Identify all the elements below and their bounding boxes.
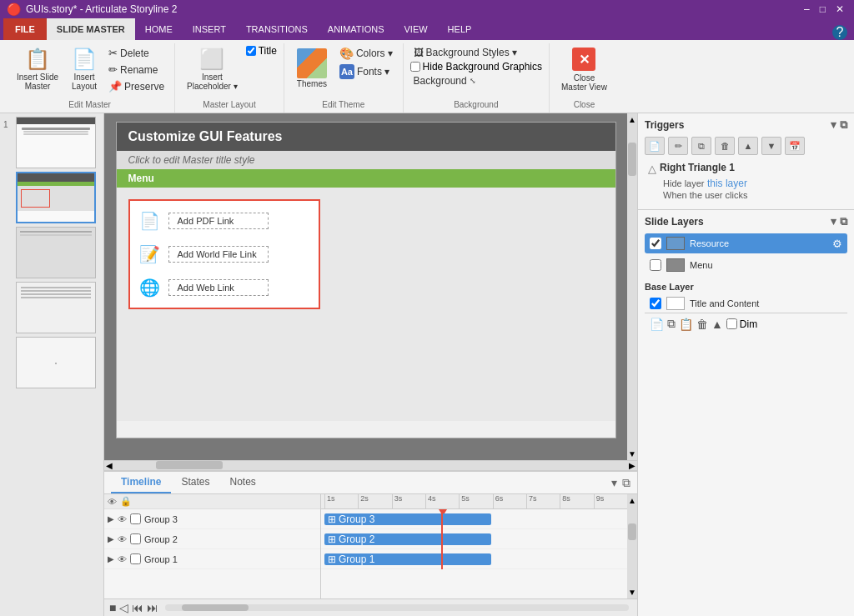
tab-insert[interactable]: INSERT — [183, 18, 236, 40]
tl-scroll-down[interactable]: ▼ — [626, 586, 637, 598]
tl-check-group2[interactable] — [130, 533, 141, 544]
scrollbar-v-thumb[interactable] — [628, 143, 636, 176]
layers-copy-btn[interactable]: ⧉ — [667, 317, 676, 331]
scrollbar-left-arrow[interactable]: ◀ — [104, 461, 114, 470]
scrollbar-h-thumb[interactable] — [156, 461, 223, 469]
scrollbar-right-arrow[interactable]: ▶ — [627, 461, 637, 470]
tab-slide-master[interactable]: SLIDE MASTER — [47, 18, 135, 40]
layer-row-resource[interactable]: Resource ⚙ — [645, 233, 847, 253]
tl-check-group3[interactable] — [130, 513, 141, 524]
slide-thumb-2[interactable] — [16, 172, 96, 223]
slide-thumb-5[interactable]: · — [16, 337, 96, 388]
triggers-header-icons: ▾ ⧉ — [831, 118, 847, 132]
tl-bar-group1[interactable]: ⊞ Group 1 — [324, 553, 491, 565]
tl-scrollbar-h[interactable] — [165, 604, 629, 611]
tab-animations[interactable]: ANIMATIONS — [318, 18, 394, 40]
tab-transitions[interactable]: TRANSITIONS — [236, 18, 318, 40]
tab-view[interactable]: VIEW — [394, 18, 437, 40]
bottom-dropdown-icon[interactable]: ▾ — [611, 476, 617, 489]
delete-button[interactable]: ✂ Delete — [105, 45, 168, 61]
tl-eye-group1[interactable]: 👁 — [118, 554, 127, 564]
insert-slide-master-button[interactable]: 📋 Insert SlideMaster — [12, 45, 63, 93]
canvas-scrollbar-v[interactable]: ▲ ▼ — [627, 113, 637, 460]
tl-bar-group2[interactable]: ⊞ Group 2 — [324, 533, 491, 545]
title-checkbox[interactable]: Title — [246, 45, 277, 57]
tab-timeline[interactable]: Timeline — [111, 472, 171, 493]
tab-states[interactable]: States — [171, 472, 219, 493]
hide-background-input[interactable] — [410, 62, 420, 72]
layers-dropdown-icon[interactable]: ▾ — [831, 215, 836, 228]
insert-layout-button[interactable]: 📄 InsertLayout — [67, 45, 102, 93]
slide-thumb-1[interactable] — [16, 117, 96, 168]
tl-check-group1[interactable] — [130, 553, 141, 564]
tab-home[interactable]: HOME — [135, 18, 183, 40]
layer-resource-gear[interactable]: ⚙ — [832, 238, 842, 250]
layers-delete-btn[interactable]: 🗑 — [696, 318, 708, 331]
trigger-down-btn[interactable]: ▼ — [761, 137, 781, 155]
title-bar-controls[interactable]: – □ ✕ — [801, 3, 847, 15]
minimize-button[interactable]: – — [801, 3, 813, 15]
slide-thumb-3[interactable] — [16, 227, 96, 278]
tl-scroll-up[interactable]: ▲ — [626, 494, 637, 507]
close-window-button[interactable]: ✕ — [832, 3, 847, 15]
help-icon[interactable]: ? — [832, 25, 847, 40]
tl-rewind-btn[interactable]: ⏮ — [132, 601, 143, 614]
layers-paste-btn[interactable]: 📋 — [679, 318, 693, 331]
tl-fwd-btn[interactable]: ⏭ — [147, 601, 158, 614]
trigger-calendar-btn[interactable]: 📅 — [785, 137, 805, 155]
title-checkbox-input[interactable] — [246, 46, 256, 56]
maximize-button[interactable]: □ — [816, 3, 829, 15]
colors-button[interactable]: 🎨 Colors ▾ — [336, 45, 396, 62]
pdf-link-button[interactable]: Add PDF Link — [168, 213, 269, 229]
preserve-button[interactable]: 📌 Preserve — [105, 78, 168, 94]
timeline-scrollbar-v[interactable]: ▲ ▼ — [627, 494, 637, 598]
tl-eye-group2[interactable]: 👁 — [118, 534, 127, 544]
themes-button[interactable]: Themes — [291, 45, 333, 91]
tl-eye-group3[interactable]: 👁 — [118, 514, 127, 524]
tab-file[interactable]: FILE — [3, 18, 47, 40]
background-styles-button[interactable]: 🖼 Background Styles ▾ — [410, 45, 542, 60]
tl-expand-group1[interactable]: ▶ — [108, 554, 114, 563]
tab-notes[interactable]: Notes — [220, 472, 266, 493]
bottom-popout-icon[interactable]: ⧉ — [622, 476, 630, 490]
tl-expand-group3[interactable]: ▶ — [108, 514, 114, 523]
tl-bar-group3[interactable]: ⊞ Group 3 — [324, 513, 491, 525]
layer-menu-checkbox[interactable] — [650, 259, 661, 271]
word-link-button[interactable]: Add World File Link — [168, 246, 269, 263]
dim-checkbox[interactable] — [726, 318, 737, 329]
rename-button[interactable]: ✏ Rename — [105, 62, 168, 78]
trigger-copy-btn[interactable]: ⧉ — [691, 137, 711, 155]
ruler-mark-7s: 7s — [526, 494, 560, 508]
layer-resource-checkbox[interactable] — [650, 238, 661, 249]
hide-background-checkbox[interactable]: Hide Background Graphics — [410, 61, 542, 73]
trigger-delete-btn[interactable]: 🗑 — [715, 137, 735, 155]
insert-placeholder-button[interactable]: ⬜ InsertPlaceholder ▾ — [182, 45, 243, 93]
trigger-layer-link[interactable]: this layer — [707, 178, 747, 189]
fonts-button[interactable]: Aa Fonts ▾ — [336, 63, 396, 81]
layer-row-menu[interactable]: Menu — [645, 255, 847, 275]
tl-prev-btn[interactable]: ◁ — [119, 601, 128, 614]
timeline-playhead[interactable] — [441, 509, 443, 569]
tl-scrollbar-h-thumb[interactable] — [182, 604, 249, 611]
ribbon-group-edit-master: 📋 Insert SlideMaster 📄 InsertLayout ✂ De… — [5, 43, 175, 113]
layers-popout-icon[interactable]: ⧉ — [840, 215, 847, 228]
slide-thumb-4[interactable] — [16, 282, 96, 333]
scrollbar-down-arrow[interactable]: ▼ — [626, 448, 637, 460]
trigger-up-btn[interactable]: ▲ — [738, 137, 758, 155]
tl-expand-group2[interactable]: ▶ — [108, 534, 114, 543]
tl-stop-btn[interactable]: ■ — [109, 601, 116, 614]
close-master-view-button[interactable]: ✕ CloseMaster View — [556, 45, 612, 94]
background-button[interactable]: Background ⤡ — [410, 73, 542, 88]
layers-up-btn[interactable]: ▲ — [711, 318, 723, 331]
web-link-button[interactable]: Add Web Link — [168, 279, 269, 296]
tab-help[interactable]: HELP — [438, 18, 482, 40]
scrollbar-up-arrow[interactable]: ▲ — [626, 113, 637, 126]
trigger-edit-btn[interactable]: ✏ — [668, 137, 688, 155]
layers-add-btn[interactable]: 📄 — [650, 318, 664, 331]
triggers-dropdown-icon[interactable]: ▾ — [831, 118, 836, 132]
base-layer-checkbox[interactable] — [650, 298, 661, 309]
tl-scroll-thumb[interactable] — [628, 523, 636, 540]
slide-thumb-1-content — [17, 126, 95, 137]
trigger-add-btn[interactable]: 📄 — [645, 137, 665, 155]
triggers-popout-icon[interactable]: ⧉ — [840, 118, 847, 132]
